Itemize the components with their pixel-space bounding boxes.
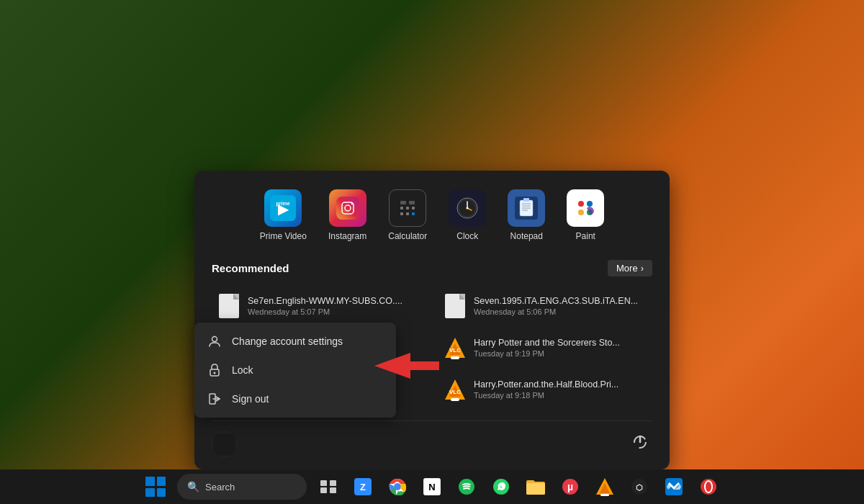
svg-point-6 [351,203,352,204]
svg-marker-49 [374,353,439,379]
rec-time-6: Tuesday at 9:18 PM [474,391,618,400]
prime-video-label: Prime Video [260,231,307,241]
svg-text:N: N [428,482,435,492]
instagram-icon [329,189,366,227]
more-button[interactable]: More › [608,260,652,276]
paint-icon [567,189,604,227]
svg-point-20 [467,207,469,210]
svg-point-30 [578,201,584,207]
rec-item-1[interactable]: Se7en.English-WWW.MY-SUBS.CO.... Wednesd… [212,287,426,325]
vscode-button[interactable] [658,471,690,503]
start-menu: ▶ prime Prime Video [194,171,670,469]
files-icon [526,479,545,495]
lock-label: Lock [232,364,253,376]
spotify-button[interactable] [451,471,482,503]
notepad-label: Notepad [510,231,543,241]
rec-time-1: Wednesday at 5:07 PM [248,307,402,316]
bittorrent-button[interactable]: µ [554,471,586,503]
svg-text:Z: Z [360,482,366,492]
svg-rect-28 [526,198,529,202]
whatsapp-icon [492,478,510,495]
svg-rect-13 [400,212,403,215]
svg-rect-53 [330,487,336,493]
rec-time-4: Tuesday at 9:19 PM [474,349,620,358]
taskbar-search[interactable]: 🔍 Search [177,474,307,500]
files-button[interactable] [520,471,552,503]
app-calculator[interactable]: Calculator [381,185,434,246]
clock-icon [449,189,486,227]
svg-rect-27 [523,198,526,202]
recommended-title: Recommended [212,262,289,274]
svg-point-46 [214,372,216,374]
windows-logo [145,477,166,497]
zoom-icon: Z [354,478,372,495]
signout-icon [207,392,222,406]
instagram-label: Instagram [328,231,366,241]
unity-button[interactable]: ⬡ [624,471,655,503]
prime-video-icon: ▶ prime [264,189,302,227]
spotify-icon [458,478,475,495]
svg-text:prime: prime [276,201,290,207]
opera-icon [700,478,717,495]
chrome-button[interactable] [382,471,413,503]
rec-time-2: Wednesday at 5:06 PM [474,307,638,316]
svg-rect-51 [330,480,336,486]
svg-point-31 [587,201,593,207]
zoom-button[interactable]: Z [347,471,379,503]
svg-rect-3 [336,197,359,220]
svg-rect-14 [406,212,409,215]
paint-label: Paint [576,231,595,241]
context-change-account[interactable]: Change account settings [194,327,396,356]
svg-rect-29 [574,197,597,220]
start-button[interactable] [140,471,171,503]
pinned-apps: ▶ prime Prime Video [212,185,652,246]
app-prime-video[interactable]: ▶ prime Prime Video [253,185,314,246]
bittorrent-icon: µ [562,478,579,495]
svg-text:VLC: VLC [449,347,461,354]
app-instagram[interactable]: Instagram [321,185,374,246]
desktop: ▶ prime Prime Video [0,0,864,504]
notepad-icon [508,189,545,227]
svg-text:VLC: VLC [449,389,461,395]
power-button[interactable] [628,430,652,458]
notion-icon: N [423,478,441,495]
context-menu: Change account settings Lock Sign ou [194,323,396,418]
vlc-taskbar-button[interactable] [589,471,621,503]
rec-item-2[interactable]: Seven.1995.iTA.ENG.AC3.SUB.iTA.EN... Wed… [438,287,652,325]
svg-point-60 [459,479,474,495]
rec-item-6[interactable]: VLC Harry.Potter.and.the.Half.Blood.Pri.… [438,370,652,409]
svg-rect-9 [409,201,415,204]
rec-item-4[interactable]: VLC Harry Potter and the Sorcerers Sto..… [438,328,652,367]
whatsapp-button[interactable] [485,471,517,503]
rec-name-1: Se7en.English-WWW.MY-SUBS.CO.... [248,296,402,306]
search-label: Search [205,482,235,492]
start-bottom [212,420,652,458]
person-icon [207,334,222,348]
app-paint[interactable]: Paint [559,185,611,246]
notion-button[interactable]: N [416,471,448,503]
vlc-taskbar-icon [596,477,613,496]
rec-name-2: Seven.1995.iTA.ENG.AC3.SUB.iTA.EN... [474,296,638,306]
svg-rect-52 [320,487,327,493]
lock-icon [207,363,222,377]
task-view-button[interactable] [312,471,344,503]
svg-rect-8 [400,201,406,204]
sign-out-arrow [374,353,439,382]
clock-label: Clock [456,231,478,241]
rec-vlc-icon-6: VLC [444,376,467,403]
app-clock[interactable]: Clock [441,185,493,246]
svg-rect-15 [412,212,415,215]
rec-file-icon-2 [444,292,467,320]
unity-icon: ⬡ [631,478,648,495]
context-lock[interactable]: Lock [194,356,396,384]
user-area[interactable] [212,431,238,457]
opera-button[interactable] [693,471,724,503]
rec-vlc-icon-4: VLC [444,334,467,361]
rec-name-4: Harry Potter and the Sorcerers Sto... [474,338,620,348]
vscode-icon [665,478,683,495]
change-account-label: Change account settings [232,336,343,347]
app-notepad[interactable]: Notepad [500,185,552,246]
taskbar: 🔍 Search Z [0,469,864,504]
context-sign-out[interactable]: Sign out [194,384,396,413]
svg-text:⬡: ⬡ [636,483,643,492]
